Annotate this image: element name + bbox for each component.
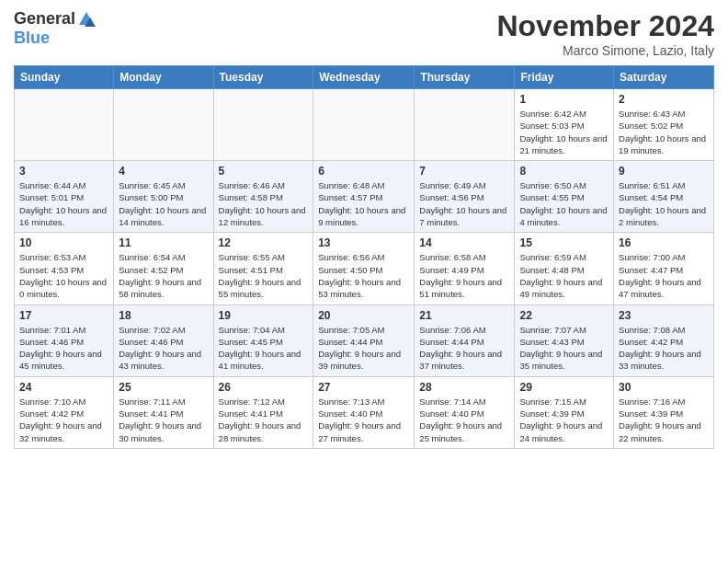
day-num-0-6: 2 (619, 93, 709, 106)
day-num-3-4: 21 (419, 309, 509, 322)
cell-1-3: 6Sunrise: 6:48 AMSunset: 4:57 PMDaylight… (313, 161, 415, 233)
day-num-2-2: 12 (219, 236, 309, 249)
day-num-1-0: 3 (19, 165, 108, 178)
logo-blue-text: Blue (14, 29, 50, 47)
cell-4-6: 30Sunrise: 7:16 AMSunset: 4:39 PMDayligh… (614, 376, 714, 448)
day-info-4-6: Sunrise: 7:16 AMSunset: 4:39 PMDaylight:… (619, 396, 709, 444)
cell-3-5: 22Sunrise: 7:07 AMSunset: 4:43 PMDayligh… (515, 304, 614, 376)
header-sunday: Sunday (15, 66, 114, 89)
cell-3-1: 18Sunrise: 7:02 AMSunset: 4:46 PMDayligh… (114, 304, 213, 376)
cell-4-1: 25Sunrise: 7:11 AMSunset: 4:41 PMDayligh… (114, 376, 213, 448)
day-info-1-3: Sunrise: 6:48 AMSunset: 4:57 PMDaylight:… (318, 179, 409, 228)
day-info-2-0: Sunrise: 6:53 AMSunset: 4:53 PMDaylight:… (19, 251, 108, 300)
day-num-1-2: 5 (219, 165, 309, 178)
logo: General Blue (14, 9, 96, 48)
day-info-2-5: Sunrise: 6:59 AMSunset: 4:48 PMDaylight:… (519, 251, 609, 300)
day-num-4-6: 30 (619, 381, 709, 394)
day-info-1-2: Sunrise: 6:46 AMSunset: 4:58 PMDaylight:… (219, 179, 309, 228)
day-info-4-2: Sunrise: 7:12 AMSunset: 4:41 PMDaylight:… (219, 396, 309, 444)
cell-3-0: 17Sunrise: 7:01 AMSunset: 4:46 PMDayligh… (15, 304, 114, 376)
day-num-3-6: 23 (619, 309, 709, 322)
month-title: November 2024 (496, 9, 714, 43)
header-tuesday: Tuesday (213, 66, 313, 89)
day-info-4-3: Sunrise: 7:13 AMSunset: 4:40 PMDaylight:… (318, 396, 409, 444)
day-num-2-1: 11 (119, 236, 208, 249)
cell-2-2: 12Sunrise: 6:55 AMSunset: 4:51 PMDayligh… (213, 233, 313, 304)
calendar-table: Sunday Monday Tuesday Wednesday Thursday… (14, 65, 714, 449)
cell-4-4: 28Sunrise: 7:14 AMSunset: 4:40 PMDayligh… (415, 376, 515, 448)
week-row-1: 3Sunrise: 6:44 AMSunset: 5:01 PMDaylight… (15, 161, 714, 233)
location: Marco Simone, Lazio, Italy (496, 43, 714, 58)
cell-4-3: 27Sunrise: 7:13 AMSunset: 4:40 PMDayligh… (313, 376, 415, 448)
day-info-3-3: Sunrise: 7:05 AMSunset: 4:44 PMDaylight:… (318, 324, 409, 373)
day-num-3-3: 20 (318, 309, 409, 322)
cell-3-3: 20Sunrise: 7:05 AMSunset: 4:44 PMDayligh… (313, 304, 415, 376)
day-num-3-1: 18 (119, 309, 208, 322)
cell-0-3 (313, 89, 415, 161)
day-info-1-1: Sunrise: 6:45 AMSunset: 5:00 PMDaylight:… (119, 179, 208, 228)
cell-4-0: 24Sunrise: 7:10 AMSunset: 4:42 PMDayligh… (15, 376, 114, 448)
day-info-3-6: Sunrise: 7:08 AMSunset: 4:42 PMDaylight:… (619, 324, 709, 373)
day-num-4-3: 27 (318, 381, 409, 394)
day-info-2-3: Sunrise: 6:56 AMSunset: 4:50 PMDaylight:… (318, 251, 409, 300)
header-wednesday: Wednesday (313, 66, 415, 89)
week-row-0: 1Sunrise: 6:42 AMSunset: 5:03 PMDaylight… (15, 89, 714, 161)
day-info-2-6: Sunrise: 7:00 AMSunset: 4:47 PMDaylight:… (619, 251, 709, 300)
day-num-1-4: 7 (419, 165, 509, 178)
week-row-4: 24Sunrise: 7:10 AMSunset: 4:42 PMDayligh… (15, 376, 714, 448)
day-info-2-1: Sunrise: 6:54 AMSunset: 4:52 PMDaylight:… (119, 251, 208, 300)
cell-4-2: 26Sunrise: 7:12 AMSunset: 4:41 PMDayligh… (213, 376, 313, 448)
day-num-1-5: 8 (519, 165, 609, 178)
page: General Blue November 2024 Marco Simone,… (0, 0, 728, 563)
header-friday: Friday (515, 66, 614, 89)
header: General Blue November 2024 Marco Simone,… (14, 9, 714, 58)
day-num-3-0: 17 (19, 309, 108, 322)
day-info-1-4: Sunrise: 6:49 AMSunset: 4:56 PMDaylight:… (419, 179, 509, 228)
cell-0-6: 2Sunrise: 6:43 AMSunset: 5:02 PMDaylight… (614, 89, 714, 161)
day-info-3-4: Sunrise: 7:06 AMSunset: 4:44 PMDaylight:… (419, 324, 509, 373)
cell-0-5: 1Sunrise: 6:42 AMSunset: 5:03 PMDaylight… (515, 89, 614, 161)
day-info-3-2: Sunrise: 7:04 AMSunset: 4:45 PMDaylight:… (219, 324, 309, 373)
day-info-2-2: Sunrise: 6:55 AMSunset: 4:51 PMDaylight:… (219, 251, 309, 300)
cell-4-5: 29Sunrise: 7:15 AMSunset: 4:39 PMDayligh… (515, 376, 614, 448)
day-num-1-6: 9 (619, 165, 709, 178)
day-num-4-0: 24 (19, 381, 108, 394)
week-row-3: 17Sunrise: 7:01 AMSunset: 4:46 PMDayligh… (15, 304, 714, 376)
day-info-0-5: Sunrise: 6:42 AMSunset: 5:03 PMDaylight:… (519, 108, 609, 156)
cell-3-2: 19Sunrise: 7:04 AMSunset: 4:45 PMDayligh… (213, 304, 313, 376)
day-info-3-5: Sunrise: 7:07 AMSunset: 4:43 PMDaylight:… (519, 324, 609, 373)
calendar-header-row: Sunday Monday Tuesday Wednesday Thursday… (15, 66, 714, 89)
day-num-3-5: 22 (519, 309, 609, 322)
day-info-0-6: Sunrise: 6:43 AMSunset: 5:02 PMDaylight:… (619, 108, 709, 156)
cell-1-4: 7Sunrise: 6:49 AMSunset: 4:56 PMDaylight… (415, 161, 515, 233)
cell-0-4 (415, 89, 515, 161)
cell-1-0: 3Sunrise: 6:44 AMSunset: 5:01 PMDaylight… (15, 161, 114, 233)
cell-2-6: 16Sunrise: 7:00 AMSunset: 4:47 PMDayligh… (614, 233, 714, 304)
day-num-3-2: 19 (219, 309, 309, 322)
logo-general-text: General (14, 9, 75, 29)
day-info-3-0: Sunrise: 7:01 AMSunset: 4:46 PMDaylight:… (19, 324, 108, 373)
day-info-4-5: Sunrise: 7:15 AMSunset: 4:39 PMDaylight:… (519, 396, 609, 444)
day-num-1-1: 4 (119, 165, 208, 178)
day-info-2-4: Sunrise: 6:58 AMSunset: 4:49 PMDaylight:… (419, 251, 509, 300)
title-section: November 2024 Marco Simone, Lazio, Italy (496, 9, 714, 58)
day-num-0-5: 1 (519, 93, 609, 106)
day-num-2-6: 16 (619, 236, 709, 249)
day-info-4-1: Sunrise: 7:11 AMSunset: 4:41 PMDaylight:… (119, 396, 208, 444)
cell-2-3: 13Sunrise: 6:56 AMSunset: 4:50 PMDayligh… (313, 233, 415, 304)
day-num-2-4: 14 (419, 236, 509, 249)
day-info-4-4: Sunrise: 7:14 AMSunset: 4:40 PMDaylight:… (419, 396, 509, 444)
header-saturday: Saturday (614, 66, 714, 89)
cell-3-6: 23Sunrise: 7:08 AMSunset: 4:42 PMDayligh… (614, 304, 714, 376)
header-thursday: Thursday (415, 66, 515, 89)
day-num-2-5: 15 (519, 236, 609, 249)
day-info-1-5: Sunrise: 6:50 AMSunset: 4:55 PMDaylight:… (519, 179, 609, 228)
cell-2-4: 14Sunrise: 6:58 AMSunset: 4:49 PMDayligh… (415, 233, 515, 304)
cell-1-5: 8Sunrise: 6:50 AMSunset: 4:55 PMDaylight… (515, 161, 614, 233)
day-num-4-4: 28 (419, 381, 509, 394)
cell-2-5: 15Sunrise: 6:59 AMSunset: 4:48 PMDayligh… (515, 233, 614, 304)
day-num-1-3: 6 (318, 165, 409, 178)
cell-1-2: 5Sunrise: 6:46 AMSunset: 4:58 PMDaylight… (213, 161, 313, 233)
cell-1-6: 9Sunrise: 6:51 AMSunset: 4:54 PMDaylight… (614, 161, 714, 233)
day-info-4-0: Sunrise: 7:10 AMSunset: 4:42 PMDaylight:… (19, 396, 108, 444)
